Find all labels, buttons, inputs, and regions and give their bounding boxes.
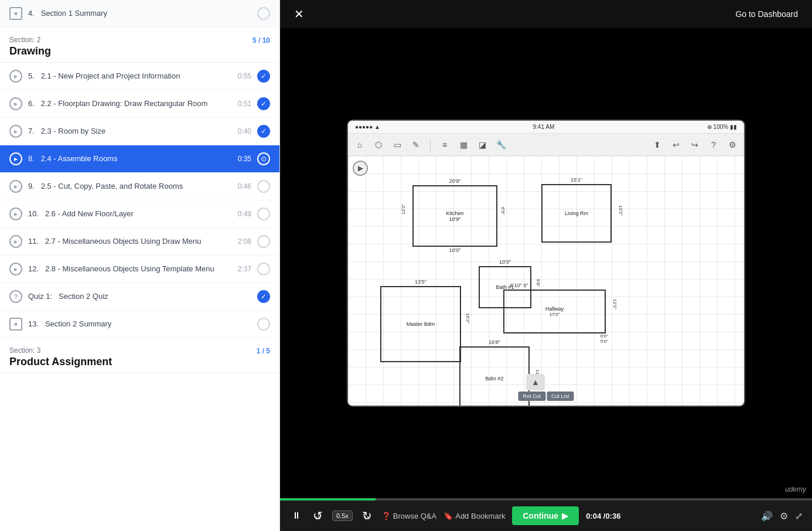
living-dim-top: 15'1"	[571, 177, 582, 183]
redo-icon: ↪	[688, 138, 702, 152]
kitchen-sub: 10'9"	[449, 216, 461, 222]
nav-arrow[interactable]: ▶	[353, 161, 368, 176]
lesson-item-6[interactable]: ▶ 6. 2.2 - Floorplan Drawing: Draw Recta…	[0, 90, 279, 118]
living-dim-side: 12'2"	[618, 205, 623, 216]
play-icon-11: ▶	[9, 235, 22, 248]
lesson-item-10[interactable]: ▶ 10. 2.6 - Add New Floor/Layer 0:49	[0, 200, 279, 228]
play-icon-6: ▶	[9, 97, 22, 110]
living-label: Living Rm	[565, 210, 588, 216]
forward-container: ↻ 15	[360, 506, 374, 525]
lesson-item-9[interactable]: ▶ 9. 2.5 - Cut, Copy, Paste, and Rotate …	[0, 173, 279, 200]
completion-circle-10	[257, 207, 270, 220]
completion-circle-9	[257, 180, 270, 193]
master-dim-side: 16'2"	[465, 313, 470, 324]
hallway-label: Hallway	[545, 306, 564, 312]
doc-icon: ■	[9, 7, 22, 20]
progress-bar[interactable]	[280, 498, 812, 501]
lesson-item-5[interactable]: ▶ 5. 2.1 - New Project and Project Infor…	[0, 63, 279, 90]
sidebar-scroll[interactable]: ■ 4. Section 1 Summary Section: 2 5 / 10…	[0, 0, 279, 531]
forward-button[interactable]: ↻	[360, 506, 374, 525]
hallway-dim-top: 6'10" 6"	[510, 282, 528, 288]
progress-bar-fill	[280, 498, 376, 501]
bath-dim-side: 5'8"	[535, 279, 541, 287]
lesson-title-quiz1: Quiz 1: Section 2 Quiz	[28, 291, 251, 302]
doc-icon-13: ■	[9, 318, 22, 331]
lesson-duration-8: 0:35	[238, 155, 251, 163]
ipad-toolbar: ⌂ ⬡ ▭ ✎ ≡ ▦ ◪ 🔧 ⬆ ↩ ↪ ? ⚙	[348, 134, 744, 156]
lesson-item-7[interactable]: ▶ 7. 2.3 - Room by Size 0:40 ✓	[0, 118, 279, 145]
room-kitchen: 20'9" 12'2" 6'9" Kitchen 10'9" 10'0"	[412, 185, 497, 247]
popup-buttons: Rot Cut Cut List	[518, 392, 574, 401]
section3-label: Section: 3	[9, 346, 40, 355]
ipad-status-right: ⊕ 100% ▮▮	[707, 124, 737, 130]
room-master: 13'5" 16'2" Master Bdm	[380, 286, 461, 362]
ipad-status-left: ●●●●● ▲	[355, 124, 380, 130]
lesson-item-8[interactable]: ▶ 8. 2.4 - Assemble Rooms 0:35 ⊙	[0, 145, 279, 173]
cube-icon: ⬡	[371, 138, 385, 152]
ipad-status-bar: ●●●●● ▲ 9:41 AM ⊕ 100% ▮▮	[348, 121, 744, 134]
lesson-item-12[interactable]: ▶ 12. 2.8 - Miscellaneous Objects Using …	[0, 256, 279, 283]
section2-progress: 5 / 10	[253, 36, 270, 45]
lesson-item-4[interactable]: ■ 4. Section 1 Summary	[0, 0, 279, 28]
bdm2-dim-top: 16'8"	[489, 339, 500, 345]
play-icon-9: ▶	[9, 180, 22, 193]
speed-button[interactable]: 0.5x	[332, 510, 353, 521]
play-icon-12: ▶	[9, 263, 22, 275]
hallway-dim-br: 6'0"5'0"	[601, 333, 608, 344]
lesson-title: 4. Section 1 Summary	[28, 8, 251, 19]
undo-icon: ↩	[669, 138, 683, 152]
lesson-title-5: 5. 2.1 - New Project and Project Informa…	[28, 71, 232, 81]
master-label: Master Bdm	[407, 321, 435, 327]
lesson-info-9: 9. 2.5 - Cut, Copy, Paste, and Rotate Ro…	[28, 181, 232, 192]
pause-button[interactable]: ⏸	[289, 508, 303, 523]
lesson-item-11[interactable]: ▶ 11. 2.7 - Miscellaneous Objects Using …	[0, 228, 279, 256]
check-icon-5: ✓	[257, 70, 270, 83]
section2-label: Section: 2	[9, 36, 40, 44]
go-dashboard-button[interactable]: Go to Dashboard	[735, 9, 798, 19]
kitchen-dim-top: 20'9"	[449, 178, 461, 184]
settings-icon[interactable]: ⚙	[780, 510, 788, 522]
kitchen-dim-side: 12'2"	[401, 204, 406, 215]
lesson-title-6: 6. 2.2 - Floorplan Drawing: Draw Rectang…	[28, 98, 232, 109]
controls-row: ⏸ ↺ 15 0.5x ↻ 15 ❓ Browse Q&A 🔖 Add Book…	[280, 501, 812, 531]
lesson-item-13[interactable]: ■ 13. Section 2 Summary	[0, 311, 279, 338]
completion-circle	[257, 7, 270, 20]
volume-icon[interactable]: 🔊	[761, 510, 773, 522]
browse-qa-button[interactable]: ❓ Browse Q&A	[381, 512, 436, 520]
lesson-info-quiz1: Quiz 1: Section 2 Quiz	[28, 291, 251, 302]
section3-progress: 1 / 5	[257, 347, 270, 355]
check-icon-6: ✓	[257, 97, 270, 110]
continue-button[interactable]: Continue ▶	[512, 506, 579, 525]
bookmark-icon: 🔖	[443, 512, 453, 520]
continue-label: Continue	[523, 511, 558, 520]
add-bookmark-label: Add Bookmark	[455, 512, 505, 520]
lesson-duration-9: 0:46	[238, 182, 251, 190]
completion-circle-12	[257, 263, 270, 275]
lesson-title-7: 7. 2.3 - Room by Size	[28, 126, 232, 137]
ipad-canvas: ▶ 20'9" 12'2" 6'9" Kitchen 10'9" 10'0" 1…	[348, 156, 744, 406]
home-icon: ⌂	[353, 138, 367, 152]
expand-icon[interactable]: ⤢	[795, 510, 803, 522]
cut-list-btn[interactable]: Cut List	[547, 392, 574, 401]
close-button[interactable]: ✕	[294, 8, 304, 20]
lesson-item-quiz1[interactable]: ? Quiz 1: Section 2 Quiz ✓	[0, 283, 279, 311]
kitchen-dim-bottom: 10'0"	[449, 247, 461, 253]
lesson-duration-12: 2:37	[238, 265, 251, 273]
time-display: 0:04 /0:36	[586, 512, 620, 520]
rot-cut-btn[interactable]: Rot Cut	[518, 392, 545, 401]
box3d-icon: ◪	[475, 138, 489, 152]
lesson-duration-11: 2:08	[238, 237, 251, 246]
quiz-icon: ?	[9, 290, 22, 303]
scroll-up-btn[interactable]: ▲	[526, 374, 545, 390]
room-hallway: 6'10" 6" 12'2" Hallway 17'2" 6'0"5'0"	[503, 290, 606, 333]
play-icon-7: ▶	[9, 125, 22, 138]
rewind-button[interactable]: ↺	[311, 506, 325, 525]
sidebar: ■ 4. Section 1 Summary Section: 2 5 / 10…	[0, 0, 280, 531]
section2-title: Drawing	[9, 45, 270, 57]
toolbar-sep1	[430, 139, 431, 151]
browse-qa-label: Browse Q&A	[393, 512, 436, 520]
wrench-icon: 🔧	[494, 138, 508, 152]
lesson-title-11: 11. 2.7 - Miscellaneous Objects Using Dr…	[28, 236, 232, 247]
add-bookmark-button[interactable]: 🔖 Add Bookmark	[443, 512, 505, 520]
rect-icon: ▭	[390, 138, 404, 152]
